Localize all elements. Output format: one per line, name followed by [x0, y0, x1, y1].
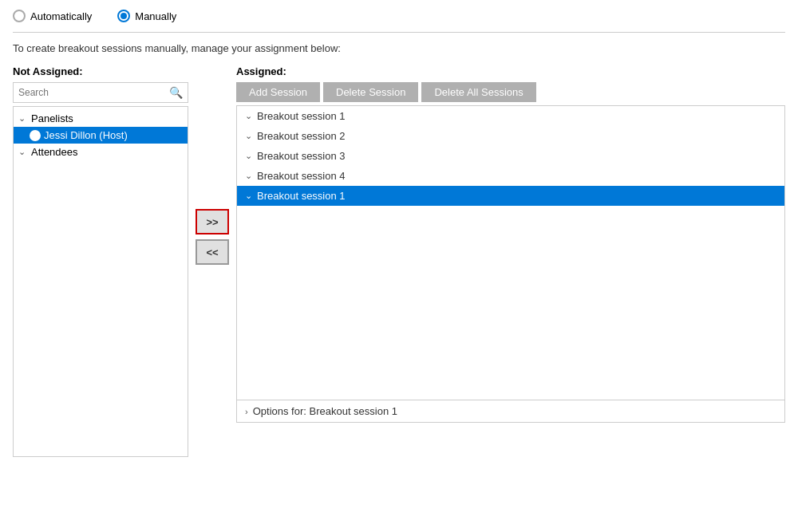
manually-radio[interactable]: Manually [117, 10, 176, 22]
session-chevron-4-icon: ⌄ [245, 171, 252, 181]
attendees-label: Attendees [31, 146, 78, 158]
automatically-radio[interactable]: Automatically [13, 10, 92, 22]
delete-all-sessions-button[interactable]: Delete All Sessions [421, 82, 535, 102]
session-item-5[interactable]: ⌄ Breakout session 1 [237, 186, 784, 206]
session-name-1: Breakout session 1 [257, 110, 346, 122]
host-name: Jessi Dillon (Host) [44, 129, 128, 141]
transfer-buttons: >> << [188, 65, 236, 265]
session-name-5: Breakout session 1 [257, 190, 346, 202]
move-left-button[interactable]: << [196, 239, 229, 265]
session-chevron-2-icon: ⌄ [245, 131, 252, 141]
options-chevron-icon: › [245, 407, 248, 416]
manually-label: Manually [135, 10, 176, 22]
attendees-group[interactable]: ⌄ Attendees [14, 144, 188, 160]
session-item-4[interactable]: ⌄ Breakout session 4 [237, 166, 784, 186]
assignment-mode-bar: Automatically Manually [13, 10, 785, 33]
session-name-4: Breakout session 4 [257, 170, 346, 182]
main-content: Not Assigned: 🔍 ⌄ Panelists Jessi Dillon… [13, 65, 785, 457]
not-assigned-label: Not Assigned: [13, 65, 188, 77]
assigned-label: Assigned: [236, 65, 785, 77]
host-icon [30, 130, 41, 141]
description-text: To create breakout sessions manually, ma… [13, 42, 785, 54]
delete-session-button[interactable]: Delete Session [323, 82, 418, 102]
automatically-label: Automatically [30, 10, 92, 22]
session-item-3[interactable]: ⌄ Breakout session 3 [237, 146, 784, 166]
move-right-button[interactable]: >> [196, 209, 229, 234]
search-box: 🔍 [13, 82, 188, 103]
panelists-label: Panelists [31, 112, 73, 124]
search-button[interactable]: 🔍 [164, 83, 188, 102]
manually-radio-circle [117, 10, 130, 22]
panelists-group[interactable]: ⌄ Panelists [14, 110, 188, 127]
not-assigned-tree: ⌄ Panelists Jessi Dillon (Host) ⌄ Attend… [13, 106, 188, 457]
options-label: Options for: Breakout session 1 [253, 405, 397, 417]
session-chevron-1-icon: ⌄ [245, 111, 252, 121]
session-item-1[interactable]: ⌄ Breakout session 1 [237, 106, 784, 126]
search-input[interactable] [14, 84, 164, 101]
options-bar[interactable]: › Options for: Breakout session 1 [236, 400, 785, 423]
add-session-button[interactable]: Add Session [236, 82, 320, 102]
session-list: ⌄ Breakout session 1 ⌄ Breakout session … [236, 105, 785, 400]
attendees-chevron-icon: ⌄ [18, 147, 28, 157]
session-item-2[interactable]: ⌄ Breakout session 2 [237, 126, 784, 146]
session-chevron-3-icon: ⌄ [245, 151, 252, 161]
assigned-panel: Assigned: Add Session Delete Session Del… [236, 65, 785, 423]
panelists-chevron-icon: ⌄ [18, 113, 28, 124]
session-name-2: Breakout session 2 [257, 130, 346, 142]
automatically-radio-circle [13, 10, 26, 22]
session-chevron-5-icon: ⌄ [245, 191, 252, 201]
not-assigned-panel: Not Assigned: 🔍 ⌄ Panelists Jessi Dillon… [13, 65, 188, 457]
host-item[interactable]: Jessi Dillon (Host) [14, 127, 188, 144]
session-name-3: Breakout session 3 [257, 150, 346, 162]
session-action-buttons: Add Session Delete Session Delete All Se… [236, 82, 785, 102]
